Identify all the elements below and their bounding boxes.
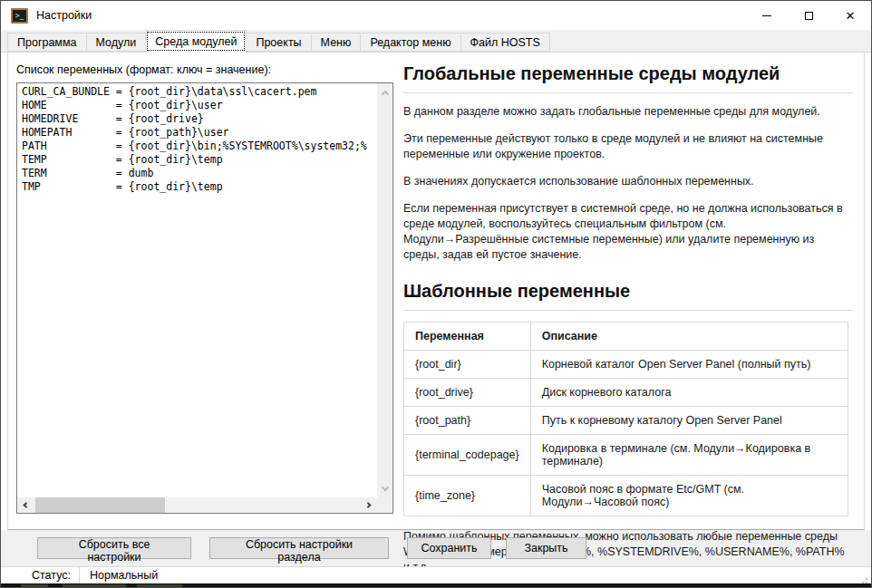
status-bar: Статус: Нормальный [1,566,871,583]
reset-section-settings-button[interactable]: Сбросить настройки раздела [209,537,389,559]
tab-modules-environment[interactable]: Среда модулей [145,30,247,53]
tab-page-modules-environment: Список переменных (формат: ключ = значен… [7,53,865,530]
scroll-up-button[interactable] [377,83,392,99]
variable-cell: {root_dir} [404,351,531,379]
save-button[interactable]: Сохранить [407,537,491,559]
variable-cell: {root_drive} [404,379,531,407]
background-window-fragment [21,584,48,587]
status-label: Статус: [32,569,71,582]
status-separator [79,567,80,583]
vertical-scrollbar[interactable] [377,83,392,497]
tab-menu-editor[interactable]: Редактор меню [360,33,460,52]
heading-divider [403,92,853,93]
variables-panel: Список переменных (формат: ключ = значен… [16,62,393,529]
background-window-fragment [63,584,126,587]
horizontal-scrollbar[interactable] [17,497,377,513]
variables-list-label: Список переменных (формат: ключ = значен… [16,63,393,76]
status-value: Нормальный [90,569,158,582]
table-row: {root_drive} Диск корневого каталога [404,379,848,407]
section-heading-global-vars: Глобальные переменные среды модулей [403,63,853,84]
resize-grip-icon[interactable] [858,578,860,580]
variables-textarea[interactable]: CURL_CA_BUNDLE = {root_dir}\data\ssl\cac… [16,82,393,514]
maximize-icon [805,12,813,20]
chevron-down-icon [381,483,388,490]
documentation-panel: Глобальные переменные среды модулей В да… [403,62,853,529]
doc-paragraph: Если переменная присутствует в системной… [403,201,853,263]
close-dialog-button[interactable]: Закрыть [506,537,586,559]
close-icon: ✕ [846,10,856,22]
settings-window: >_ Настройки ✕ Программа Модули Среда мо… [0,0,872,588]
chevron-left-icon [23,502,29,508]
chevron-right-icon [365,502,372,508]
description-cell: Диск корневого каталога [530,379,848,407]
tab-hosts-file[interactable]: Файл HOSTS [460,33,550,52]
table-row: {root_path} Путь к корневому каталогу Op… [404,407,848,435]
tab-projects[interactable]: Проекты [246,33,311,52]
column-header-variable: Переменная [404,323,531,351]
minimize-button[interactable] [746,1,788,30]
scroll-right-button[interactable] [362,497,377,513]
chevron-up-icon [381,90,388,97]
table-row: {time_zone} Часовой пояс в формате Etc/G… [404,476,848,516]
template-variables-table: Переменная Описание {root_dir} Корневой … [403,322,848,516]
variable-cell: {terminal_codepage} [404,435,531,476]
background-window-fragment [137,584,182,587]
variables-text[interactable]: CURL_CA_BUNDLE = {root_dir}\data\ssl\cac… [18,84,377,497]
maximize-button[interactable] [788,1,829,30]
title-bar: >_ Настройки ✕ [1,1,871,30]
scroll-down-button[interactable] [377,482,392,497]
doc-paragraph: Эти переменные действуют только в среде … [403,131,853,162]
tab-strip: Программа Модули Среда модулей Проекты М… [1,30,871,53]
tab-modules[interactable]: Модули [86,33,147,52]
description-cell: Корневой каталог Open Server Panel (полн… [530,351,848,379]
horizontal-scroll-thumb[interactable] [35,497,165,513]
minimize-icon [762,15,771,16]
description-cell: Путь к корневому каталогу Open Server Pa… [530,407,848,435]
heading-divider [403,310,853,311]
description-cell: Часовой пояс в формате Etc/GMT (см. Моду… [530,476,848,516]
close-button[interactable]: ✕ [829,1,871,30]
window-title: Настройки [36,9,92,22]
tab-program[interactable]: Программа [7,33,87,52]
scroll-left-button[interactable] [17,497,33,513]
reset-all-settings-button[interactable]: Сбросить все настройки [37,537,191,559]
column-header-description: Описание [530,323,848,351]
section-heading-template-vars: Шаблонные переменные [403,281,853,302]
description-cell: Кодировка в терминале (см. Модули→Кодиро… [530,435,848,476]
table-row: {root_dir} Корневой каталог Open Server … [404,351,848,379]
window-controls: ✕ [746,1,871,30]
background-window-strip [1,583,871,588]
table-row: {terminal_codepage} Кодировка в терминал… [404,435,848,476]
doc-paragraph: В значениях допускается использование ша… [403,174,853,189]
scrollbar-corner [377,497,392,513]
doc-paragraph: В данном разделе можно задать глобальные… [403,104,853,120]
variable-cell: {root_path} [404,407,531,435]
variable-cell: {time_zone} [404,476,531,516]
app-console-icon: >_ [11,8,28,24]
table-header-row: Переменная Описание [404,323,848,351]
tab-menu[interactable]: Меню [311,33,362,52]
